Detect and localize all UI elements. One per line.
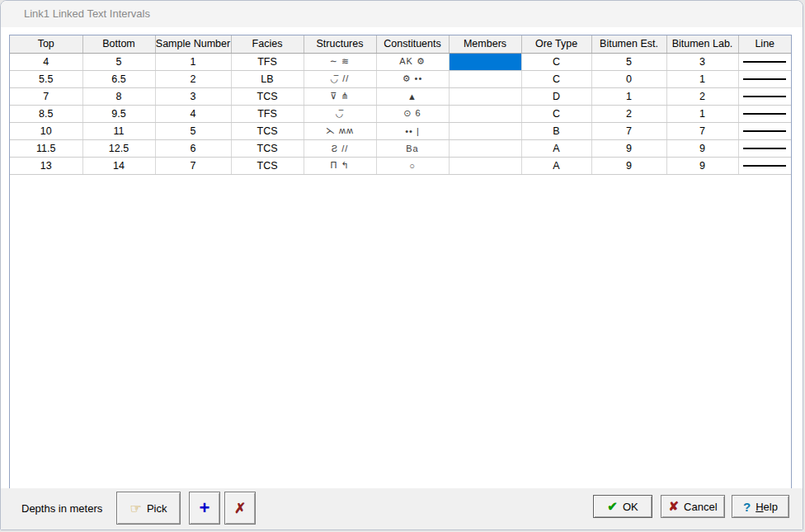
cell-bottom[interactable]: 5	[82, 53, 155, 70]
cell-top[interactable]: 8.5	[10, 105, 82, 122]
cell-ore_type[interactable]: A	[521, 139, 591, 157]
cell-members[interactable]	[449, 139, 521, 157]
column-header-members: Members	[449, 35, 521, 53]
cell-bottom[interactable]: 14	[82, 157, 155, 174]
cell-constituents[interactable]: •• |	[376, 122, 449, 139]
cell-ore_type[interactable]: C	[521, 53, 591, 70]
cell-facies[interactable]: TCS	[231, 122, 304, 139]
table-row: 5.56.52LB◡̅ //⚙ ••C01	[10, 70, 791, 87]
table-row: 10115TCS⋋ ʍʍ•• |B77	[10, 122, 791, 139]
column-header-sample_number: Sample Number	[155, 35, 231, 53]
cell-line[interactable]	[738, 139, 791, 157]
cell-line[interactable]	[738, 70, 791, 87]
cell-sample_number[interactable]: 2	[155, 70, 231, 87]
cell-bottom[interactable]: 12.5	[82, 139, 155, 157]
cell-members[interactable]	[449, 105, 521, 122]
add-row-button[interactable]: +	[189, 492, 220, 525]
cell-bitumen_lab[interactable]: 3	[666, 53, 738, 70]
cell-facies[interactable]: TCS	[231, 87, 304, 105]
cell-bitumen_lab[interactable]: 9	[666, 139, 738, 157]
cell-members[interactable]	[449, 70, 521, 87]
cell-bitumen_est[interactable]: 9	[591, 157, 666, 174]
cell-top[interactable]: 10	[10, 122, 82, 139]
cell-sample_number[interactable]: 5	[155, 122, 231, 139]
cell-structures[interactable]: ◡̅ //	[304, 70, 376, 87]
cell-sample_number[interactable]: 6	[155, 139, 231, 157]
cell-members[interactable]	[449, 122, 521, 139]
cancel-button-label: Cancel	[684, 501, 717, 513]
column-header-top: Top	[10, 35, 82, 53]
table-body: 451TFS∼ ≋AK ⚙C535.56.52LB◡̅ //⚙ ••C01783…	[10, 53, 791, 174]
cell-structures[interactable]: Ƨ //	[304, 139, 376, 157]
cell-bitumen_lab[interactable]: 9	[666, 157, 738, 174]
pick-button[interactable]: ☞ Pick	[116, 492, 181, 525]
ok-button[interactable]: ✔ OK	[593, 495, 652, 518]
cell-constituents[interactable]: ⚙ ••	[376, 70, 449, 87]
cell-bitumen_est[interactable]: 9	[591, 139, 666, 157]
cell-line[interactable]	[738, 53, 791, 70]
cell-line[interactable]	[738, 157, 791, 174]
cell-constituents[interactable]: Ba	[376, 139, 449, 157]
pick-button-label: Pick	[147, 502, 167, 515]
cell-bitumen_est[interactable]: 5	[591, 53, 666, 70]
cell-line[interactable]	[738, 122, 791, 139]
cell-sample_number[interactable]: 1	[155, 53, 231, 70]
question-icon: ?	[743, 500, 751, 514]
line-style-sample	[743, 96, 786, 97]
cell-structures[interactable]: ∼ ≋	[304, 53, 376, 70]
cell-constituents[interactable]: AK ⚙	[376, 53, 449, 70]
cell-bitumen_est[interactable]: 0	[591, 70, 666, 87]
cell-ore_type[interactable]: A	[521, 157, 591, 174]
cell-bottom[interactable]: 6.5	[82, 70, 155, 87]
cell-members[interactable]	[449, 157, 521, 174]
cell-facies[interactable]: TFS	[231, 53, 304, 70]
cell-ore_type[interactable]: C	[521, 105, 591, 122]
cell-bitumen_est[interactable]: 2	[591, 105, 666, 122]
cell-line[interactable]	[738, 105, 791, 122]
cell-facies[interactable]: LB	[231, 70, 304, 87]
cell-bottom[interactable]: 8	[82, 87, 155, 105]
cell-top[interactable]: 13	[10, 157, 82, 174]
cell-top[interactable]: 4	[10, 53, 82, 70]
cell-top[interactable]: 5.5	[10, 70, 82, 87]
cell-bitumen_est[interactable]: 7	[591, 122, 666, 139]
cell-top[interactable]: 11.5	[10, 139, 82, 157]
cell-structures[interactable]: ⊽ ⋔	[304, 87, 376, 105]
cell-sample_number[interactable]: 7	[155, 157, 231, 174]
cell-facies[interactable]: TFS	[231, 105, 304, 122]
cell-structures[interactable]: Π ↰	[304, 157, 376, 174]
cross-icon: ✘	[668, 499, 679, 514]
cell-structures[interactable]: ⋋ ʍʍ	[304, 122, 376, 139]
cancel-button[interactable]: ✘ Cancel	[661, 495, 725, 518]
cell-bitumen_lab[interactable]: 2	[666, 87, 738, 105]
cell-constituents[interactable]: ▲	[376, 87, 449, 105]
delete-x-icon: ✗	[234, 500, 246, 517]
cell-bitumen_lab[interactable]: 1	[666, 70, 738, 87]
cell-bitumen_est[interactable]: 1	[591, 87, 666, 105]
cell-facies[interactable]: TCS	[231, 157, 304, 174]
cell-constituents[interactable]: ⊙ 6	[376, 105, 449, 122]
cell-bitumen_lab[interactable]: 1	[666, 105, 738, 122]
cell-ore_type[interactable]: B	[521, 122, 591, 139]
cell-sample_number[interactable]: 3	[155, 87, 231, 105]
cell-bottom[interactable]: 9.5	[82, 105, 155, 122]
cell-line[interactable]	[738, 87, 791, 105]
selected-cell[interactable]	[449, 53, 521, 70]
cell-sample_number[interactable]: 4	[155, 105, 231, 122]
cell-constituents[interactable]: ○	[376, 157, 449, 174]
intervals-grid: TopBottomSample NumberFaciesStructuresCo…	[9, 35, 792, 492]
delete-row-button[interactable]: ✗	[224, 492, 256, 525]
cell-ore_type[interactable]: D	[521, 87, 591, 105]
help-button[interactable]: ? Help	[732, 495, 789, 518]
cell-bottom[interactable]: 11	[82, 122, 155, 139]
cell-members[interactable]	[449, 87, 521, 105]
cell-top[interactable]: 7	[10, 87, 82, 105]
cell-facies[interactable]: TCS	[231, 139, 304, 157]
title-bar: Link1 Linked Text Intervals	[1, 1, 803, 27]
cell-structures[interactable]: ◡̅	[304, 105, 376, 122]
cell-ore_type[interactable]: C	[521, 70, 591, 87]
dialog-client-area: TopBottomSample NumberFaciesStructuresCo…	[1, 27, 803, 530]
column-header-constituents: Constituents	[376, 35, 449, 53]
intervals-table: TopBottomSample NumberFaciesStructuresCo…	[10, 35, 791, 175]
cell-bitumen_lab[interactable]: 7	[666, 122, 738, 139]
